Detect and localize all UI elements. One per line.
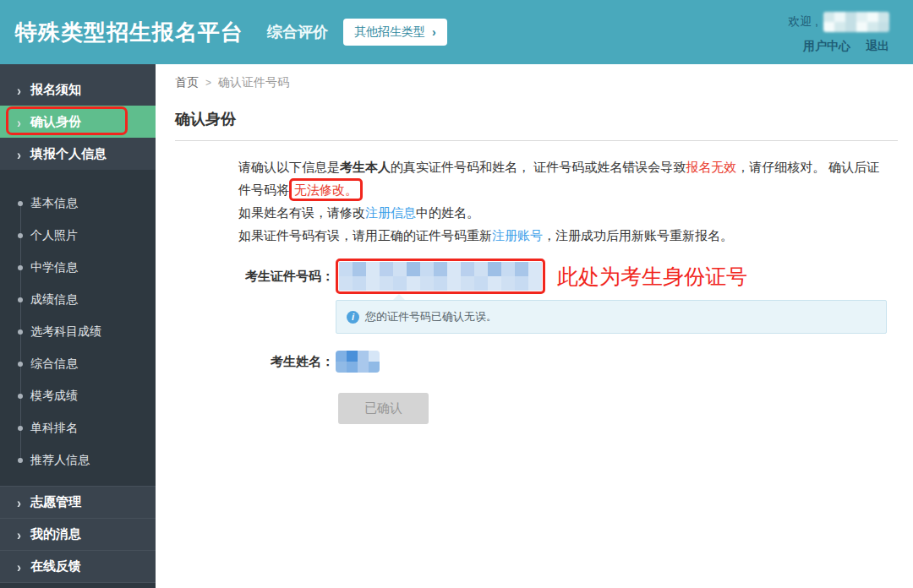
sidebar-item-application-management[interactable]: › 志愿管理: [0, 487, 156, 519]
candidate-id-label: 考生证件号码：: [238, 269, 334, 285]
sidebar-item-label: 填报个人信息: [30, 146, 107, 162]
app-subtitle: 综合评价: [267, 22, 328, 42]
intro-text: 请确认以下信息是: [238, 160, 340, 174]
sidebar-subitem-label: 综合信息: [30, 357, 78, 372]
sidebar-item-my-messages[interactable]: › 我的消息: [0, 519, 156, 551]
sidebar-subitem-recommender-info[interactable]: 推荐人信息: [0, 444, 156, 476]
chevron-right-icon: ›: [17, 146, 21, 162]
header-user-area: 欢迎 , 用户中心 退出: [788, 10, 889, 54]
chevron-right-icon: ›: [17, 82, 21, 98]
app-header: 特殊类型招生报名平台 综合评价 其他招生类型 › 欢迎 , 用户中心 退出: [0, 0, 913, 64]
sidebar-item-fill-personal-info[interactable]: › 填报个人信息: [0, 138, 156, 170]
candidate-name-redacted: [336, 351, 380, 373]
sidebar-item-online-feedback[interactable]: › 在线反馈: [0, 551, 156, 583]
chevron-right-icon: ›: [17, 558, 21, 574]
chevron-right-icon: ›: [432, 26, 436, 38]
candidate-name-row: 考生姓名：: [238, 351, 898, 373]
sidebar-item-confirm-identity[interactable]: › 确认身份: [0, 106, 156, 138]
intro-text: ，请仔细核对。 确认后证: [736, 160, 879, 174]
intro-text: 如果姓名有误，请修改: [238, 205, 365, 220]
intro-line-1: 请确认以下信息是考生本人的真实证件号码和姓名， 证件号码或姓名错误会导致报名无效…: [238, 155, 898, 178]
registration-info-link[interactable]: 注册信息: [365, 205, 416, 220]
sidebar-subitem-label: 中学信息: [30, 260, 78, 275]
sidebar-subitem-personal-photo[interactable]: 个人照片: [0, 220, 156, 252]
sidebar-subitem-label: 选考科目成绩: [30, 324, 101, 340]
annotation-box-candidate-id: [336, 259, 545, 294]
intro-text: 件号码将: [238, 182, 289, 197]
logout-link[interactable]: 退出: [866, 39, 889, 52]
other-admission-types-button[interactable]: 其他招生类型 ›: [343, 19, 447, 46]
sidebar-subitem-comprehensive-info[interactable]: 综合信息: [0, 348, 156, 380]
chevron-right-icon: ›: [17, 494, 21, 510]
intro-text: ，注册成功后用新账号重新报名。: [543, 228, 733, 242]
user-center-link[interactable]: 用户中心: [803, 39, 850, 52]
sidebar-item-label: 在线反馈: [30, 558, 81, 574]
sidebar-subitem-mock-exam-scores[interactable]: 模考成绩: [0, 380, 156, 412]
breadcrumb-current: 确认证件号码: [218, 75, 289, 90]
sidebar-item-label: 报名须知: [30, 82, 81, 98]
sidebar-item-label: 我的消息: [30, 526, 81, 542]
intro-line-3: 如果姓名有误，请修改注册信息中的姓名。: [238, 201, 898, 224]
tooltip-arrow: [393, 294, 405, 300]
intro-line-4: 如果证件号码有误，请用正确的证件号码重新注册账号，注册成功后用新账号重新报名。: [238, 224, 898, 247]
confirmed-button[interactable]: 已确认: [338, 393, 429, 424]
sidebar-item-label: 志愿管理: [30, 494, 81, 510]
main-content: 首页 > 确认证件号码 确认身份 请确认以下信息是考生本人的真实证件号码和姓名，…: [156, 64, 913, 588]
sidebar-item-label: 确认身份: [30, 114, 81, 130]
sidebar-subitem-label: 模考成绩: [30, 389, 78, 404]
sidebar-subitem-label: 个人照片: [30, 228, 78, 243]
chevron-right-icon: ›: [17, 114, 21, 130]
annotation-box-cannot-modify: 无法修改。: [289, 178, 363, 201]
page-title: 确认身份: [175, 109, 898, 141]
sidebar-subitem-single-subject-ranking[interactable]: 单科排名: [0, 412, 156, 444]
breadcrumb-home-link[interactable]: 首页: [175, 75, 199, 90]
welcome-label: 欢迎 ,: [788, 14, 818, 30]
candidate-id-redacted: [339, 262, 542, 291]
sidebar-filler: [0, 583, 156, 588]
sidebar-subitem-elective-subject-scores[interactable]: 选考科目成绩: [0, 316, 156, 348]
register-account-link[interactable]: 注册账号: [492, 228, 543, 242]
sidebar-subitem-score-info[interactable]: 成绩信息: [0, 284, 156, 316]
intro-text-bold: 考生本人: [340, 160, 391, 174]
sidebar-subitem-label: 基本信息: [30, 196, 78, 211]
intro-text: 中的姓名。: [416, 205, 479, 220]
intro-text: 如果证件号码有误，请用正确的证件号码重新: [238, 228, 492, 242]
sidebar-subitem-basic-info[interactable]: 基本信息: [0, 188, 156, 220]
breadcrumb: 首页 > 确认证件号码: [175, 75, 898, 90]
sidebar-nav: › 报名须知 › 确认身份 › 填报个人信息 基本信息 个人照片 中学信息 成绩…: [0, 64, 156, 588]
id-confirmed-tooltip: 您的证件号码已确认无误。: [336, 300, 887, 334]
sidebar-subitem-label: 推荐人信息: [30, 453, 90, 468]
id-confirmed-message: 您的证件号码已确认无误。: [365, 309, 497, 324]
username-redacted: [823, 12, 889, 32]
other-admission-types-label: 其他招生类型: [354, 24, 425, 40]
chevron-right-icon: ›: [17, 526, 21, 542]
intro-text-red: 报名无效: [686, 160, 736, 174]
intro-text: 的真实证件号码和姓名， 证件号码或姓名错误会导致: [391, 160, 686, 174]
app-title: 特殊类型招生报名平台: [15, 18, 243, 47]
intro-line-2: 件号码将无法修改。: [238, 178, 898, 201]
sidebar-subitem-high-school-info[interactable]: 中学信息: [0, 252, 156, 284]
sidebar-subitem-label: 成绩信息: [30, 292, 78, 308]
candidate-id-row: 考生证件号码： 此处为考生身份证号: [238, 259, 898, 294]
breadcrumb-separator-icon: >: [205, 77, 211, 89]
sidebar-item-signup-notice[interactable]: › 报名须知: [0, 74, 156, 106]
candidate-name-label: 考生姓名：: [238, 354, 334, 370]
sidebar-subitem-label: 单科排名: [30, 421, 78, 436]
info-icon: [347, 311, 359, 324]
annotation-text-id-note: 此处为考生身份证号: [557, 263, 747, 291]
